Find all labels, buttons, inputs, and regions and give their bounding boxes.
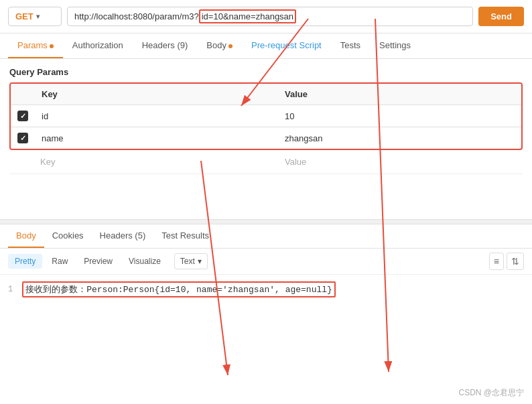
dropdown-chevron-icon: ▾ <box>198 257 202 266</box>
format-tab-preview[interactable]: Preview <box>77 254 119 269</box>
response-tab-cookies-label: Cookies <box>52 230 84 241</box>
main-wrapper: GET ▾ http://localhost:8080/param/m3?id=… <box>0 0 532 404</box>
method-select[interactable]: GET ▾ <box>8 7 62 26</box>
params-dot <box>50 44 54 48</box>
empty-key[interactable]: Key <box>34 154 278 170</box>
format-tab-pretty[interactable]: Pretty <box>8 254 42 269</box>
format-tab-raw[interactable]: Raw <box>45 254 74 269</box>
method-chevron-icon: ▾ <box>36 13 40 20</box>
response-tab-testresults-label: Test Results <box>161 230 209 241</box>
row2-check[interactable] <box>11 127 35 149</box>
row2-key[interactable]: name <box>35 128 278 149</box>
tab-body-label: Body <box>206 40 226 50</box>
table-row: id 10 <box>11 105 521 127</box>
url-bar: GET ▾ http://localhost:8080/param/m3?id=… <box>0 0 532 33</box>
tab-settings[interactable]: Settings <box>370 33 420 58</box>
url-prefix: http://localhost:8080/param/m3? <box>74 11 199 21</box>
query-params-title: Query Params <box>9 67 523 77</box>
format-preview-label: Preview <box>84 257 113 266</box>
row1-value[interactable]: 10 <box>278 106 521 127</box>
checkbox-name[interactable] <box>17 133 28 143</box>
tab-tests[interactable]: Tests <box>331 33 370 58</box>
row2-value[interactable]: zhangsan <box>278 128 521 149</box>
body-dot <box>228 44 232 48</box>
response-tab-body-label: Body <box>16 230 36 241</box>
method-label: GET <box>15 11 34 21</box>
row1-key[interactable]: id <box>35 106 278 127</box>
row1-check[interactable] <box>11 105 35 127</box>
response-tab-testresults[interactable]: Test Results <box>153 224 217 248</box>
response-body: 1 接收到的参数：Person:Person{id=10, name='zhan… <box>0 275 532 304</box>
format-type-dropdown[interactable]: Text ▾ <box>174 253 208 269</box>
tab-params-label: Params <box>17 40 48 50</box>
tab-headers[interactable]: Headers (9) <box>133 33 198 58</box>
format-raw-label: Raw <box>52 257 68 266</box>
params-table: Key Value id 10 name zhangsan <box>9 82 523 150</box>
checkbox-id[interactable] <box>17 111 28 121</box>
header-check-col <box>11 89 35 100</box>
params-section: Query Params Key Value id 10 nam <box>0 59 532 182</box>
table-row: name zhangsan <box>11 127 521 149</box>
send-button[interactable]: Send <box>478 7 524 26</box>
tab-authorization[interactable]: Authorization <box>63 33 133 58</box>
response-text: 接收到的参数：Person:Person{id=10, name='zhangs… <box>22 281 336 297</box>
empty-params-row: Key Value <box>9 150 523 174</box>
tab-tests-label: Tests <box>340 40 360 50</box>
params-table-header: Key Value <box>11 84 521 105</box>
spacer <box>0 182 532 219</box>
tab-body[interactable]: Body <box>197 33 242 58</box>
header-value: Value <box>278 84 521 105</box>
format-icons: ≡ ⇅ <box>489 253 524 270</box>
header-key: Key <box>35 84 278 105</box>
empty-value[interactable]: Value <box>278 154 523 170</box>
request-tabs: Params Authorization Headers (9) Body Pr… <box>0 33 532 59</box>
tab-params[interactable]: Params <box>8 33 63 58</box>
sort-icon[interactable]: ⇅ <box>507 253 524 270</box>
url-params-highlight: id=10&name=zhangsan <box>199 9 296 23</box>
response-tabs: Body Cookies Headers (5) Test Results <box>0 224 532 249</box>
watermark: CSDN @念君思宁 <box>458 387 524 399</box>
response-tab-body[interactable]: Body <box>8 224 44 248</box>
response-line-1: 1 接收到的参数：Person:Person{id=10, name='zhan… <box>8 280 524 299</box>
line-number: 1 <box>8 285 13 294</box>
wrap-icon[interactable]: ≡ <box>489 253 504 270</box>
tab-headers-label: Headers (9) <box>142 40 188 50</box>
response-section: Body Cookies Headers (5) Test Results Pr… <box>0 224 532 304</box>
tab-prerequest[interactable]: Pre-request Script <box>242 33 331 58</box>
response-tab-headers[interactable]: Headers (5) <box>92 224 154 248</box>
response-tab-cookies[interactable]: Cookies <box>44 224 92 248</box>
format-pretty-label: Pretty <box>15 257 36 266</box>
tab-prerequest-label: Pre-request Script <box>251 40 322 50</box>
format-type-label: Text <box>180 257 195 266</box>
url-display[interactable]: http://localhost:8080/param/m3?id=10&nam… <box>67 7 473 26</box>
tab-settings-label: Settings <box>379 40 411 50</box>
response-tab-headers-label: Headers (5) <box>100 230 146 241</box>
format-tabs: Pretty Raw Preview Visualize Text ▾ ≡ ⇅ <box>0 249 532 275</box>
format-visualize-label: Visualize <box>129 257 161 266</box>
format-tab-visualize[interactable]: Visualize <box>122 254 168 269</box>
panel-divider <box>0 219 532 224</box>
tab-authorization-label: Authorization <box>72 40 123 50</box>
